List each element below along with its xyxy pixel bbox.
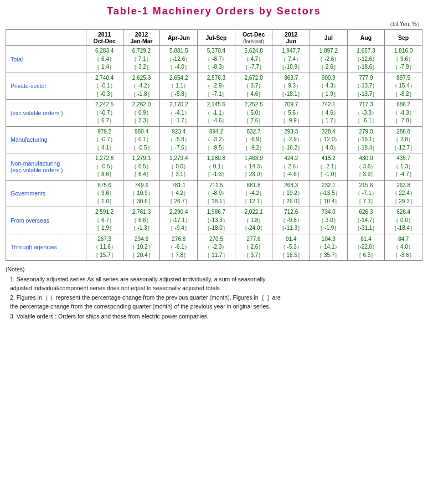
header-jul: Jul bbox=[310, 30, 348, 46]
data-cell: 2,242.5（ -0.7）［ 6.7］ bbox=[86, 100, 123, 127]
data-cell: 2,145.6（ -1.1）［ -4.6］ bbox=[198, 100, 235, 127]
data-cell: 1,947.7（ 7.4）［-10.9］ bbox=[272, 46, 310, 73]
data-cell: 81.4（-22.0）［ 6.5］ bbox=[347, 234, 385, 261]
data-cell: 1,279.4（ 0.0）［ 3.1］ bbox=[160, 153, 198, 181]
main-table: 2011Oct-Dec 2012Jan-Mar Apr-Jun Jul-Sep … bbox=[6, 29, 422, 261]
data-cell: 2,576.3（ -2.9）［ -7.1］ bbox=[198, 73, 235, 100]
data-cell: 286.8（ 2.8）［-12.7］ bbox=[385, 126, 422, 153]
header-apr-jun: Apr-Jun bbox=[160, 30, 198, 46]
data-cell: 268.3（ 19.2）［ 26.0］ bbox=[272, 180, 310, 207]
data-cell: 5,881.5（-12.6）［ -4.0］ bbox=[160, 46, 198, 73]
data-cell: 626.4（ 0.0）［-18.4］ bbox=[385, 207, 422, 234]
data-cell: 415.2（ -2.1）［ -1.0］ bbox=[310, 153, 348, 181]
data-cell: 328.4（ 12.0）［ 4.0］ bbox=[310, 126, 348, 153]
data-cell: 777.9（-13.7）［-13.7］ bbox=[347, 73, 385, 100]
note-item-1: 1. Seasonally adjusted series.As all ser… bbox=[10, 275, 422, 293]
header-oct-dec: Oct-Dec(forecast) bbox=[235, 30, 272, 46]
data-cell: 1,272.8（ -0.5）［ 8.6］ bbox=[86, 153, 123, 181]
data-cell: 2,290.4（-17.1）［ -9.4］ bbox=[160, 207, 198, 234]
data-cell: 2,654.2（ 1.1）［ -5.8］ bbox=[160, 73, 198, 100]
data-cell: 104.3（ 14.1）［ 35.7］ bbox=[310, 234, 348, 261]
data-cell: 2,170.2（ -4.1）［ -1.7］ bbox=[160, 100, 198, 127]
page-title: Table-1 Machinery Orders by Sectors bbox=[6, 6, 422, 17]
data-cell: 681.8（ -4.2）［ 12.1］ bbox=[235, 180, 272, 207]
data-cell: 717.3（ -3.3）［ -6.1］ bbox=[347, 100, 385, 127]
row-label: Total bbox=[6, 46, 86, 73]
data-cell: 863.7（ 9.3）［-18.1］ bbox=[272, 73, 310, 100]
data-cell: 1,280.8（ 0.1）［ -1.3］ bbox=[198, 153, 235, 181]
header-2012-jun: 2012Jun bbox=[272, 30, 310, 46]
data-cell: 424.2（ 2.6）［ -4.6］ bbox=[272, 153, 310, 181]
data-cell: 894.2（ -3.2）［ -9.5］ bbox=[198, 126, 235, 153]
data-cell: 711.5（ -8.9）［ 18.1］ bbox=[198, 180, 235, 207]
row-label: Through agencies bbox=[6, 234, 86, 261]
row-label: Manufacturing bbox=[6, 126, 86, 153]
data-cell: 2,740.4（ -0.1）［ -0.3］ bbox=[86, 73, 123, 100]
header-label-col bbox=[6, 30, 86, 46]
data-cell: 686.2（ -4.3）［ -7.8］ bbox=[385, 100, 422, 127]
data-cell: 897.5（ 15.4）［ -8.2］ bbox=[385, 73, 422, 100]
data-cell: 267.3（ 11.6）［ 15.7］ bbox=[86, 234, 123, 261]
data-cell: 2,625.3（ -4.2）［ -1.8］ bbox=[123, 73, 160, 100]
data-cell: 1,657.3（-12.6）［-18.6］ bbox=[347, 46, 385, 73]
data-cell: 293.3（ -2.9）［-16.2］ bbox=[272, 126, 310, 153]
data-cell: 435.7（ 1.3）［ -4.7］ bbox=[385, 153, 422, 181]
data-cell: 84.7（ 4.0）［ -3.6］ bbox=[385, 234, 422, 261]
data-cell: 2,672.0（ 3.7）［ 4.6］ bbox=[235, 73, 272, 100]
data-cell: 1,816.0（ 9.6）［ -7.8］ bbox=[385, 46, 422, 73]
header-aug: Aug bbox=[347, 30, 385, 46]
row-label: Governments bbox=[6, 180, 86, 207]
data-cell: 781.1（ 4.2）［ 26.7］ bbox=[160, 180, 198, 207]
data-cell: 980.4（ 0.1）［ -0.5］ bbox=[123, 126, 160, 153]
data-cell: 91.4（ -5.3）［ 16.5］ bbox=[272, 234, 310, 261]
row-label: Non-manufacturing(exc.volatile orders ) bbox=[6, 153, 86, 181]
data-cell: 626.3（-14.7）［-31.1］ bbox=[347, 207, 385, 234]
header-2011-oct-dec: 2011Oct-Dec bbox=[86, 30, 123, 46]
data-cell: 900.9（ 4.3）［ 1.9］ bbox=[310, 73, 348, 100]
data-cell: 749.6（ 10.9）［ 30.6］ bbox=[123, 180, 160, 207]
unit-label: （bil.Yen, %） bbox=[6, 20, 422, 28]
data-cell: 709.7（ 5.6）［ -9.9］ bbox=[272, 100, 310, 127]
data-cell: 734.0（ 3.0）［ -1.9］ bbox=[310, 207, 348, 234]
data-cell: 5,624.8（ 4.7）［ -7.7］ bbox=[235, 46, 272, 73]
data-cell: 1,897.2（ -2.6）［ 2.6］ bbox=[310, 46, 348, 73]
data-cell: 294.6（ 10.2）［ 20.4］ bbox=[123, 234, 160, 261]
data-cell: 6,729.2（ 7.1）［ 3.2］ bbox=[123, 46, 160, 73]
note-item-3: 3. Volatile orders : Orders for ships an… bbox=[10, 312, 422, 321]
data-cell: 215.6（ -7.1）［ 7.3］ bbox=[347, 180, 385, 207]
data-cell: 2,262.0（ 0.9）［ 3.3］ bbox=[123, 100, 160, 127]
data-cell: 979.2（ -0.7）［ 4.1］ bbox=[86, 126, 123, 153]
data-cell: 1,986.7（-13.3）［-18.0］ bbox=[198, 207, 235, 234]
data-cell: 1,279.1（ 0.5）［ 6.4］ bbox=[123, 153, 160, 181]
data-cell: 923.4（ -5.8）［ -7.6］ bbox=[160, 126, 198, 153]
data-cell: 832.7（ -6.9）［ -9.2］ bbox=[235, 126, 272, 153]
notes-header: (Notes) bbox=[6, 265, 422, 274]
data-cell: 270.5（ -2.3）［ 11.7］ bbox=[198, 234, 235, 261]
data-cell: 2,761.3（ 6.6）［ -1.3］ bbox=[123, 207, 160, 234]
data-cell: 430.0（ 3.6）［ 3.9］ bbox=[347, 153, 385, 181]
data-cell: 712.6（ -9.8）［-11.3］ bbox=[272, 207, 310, 234]
data-cell: 1,463.9（ 14.3）［ 23.0］ bbox=[235, 153, 272, 181]
data-cell: 276.8（ -6.1）［ 7.8］ bbox=[160, 234, 198, 261]
data-cell: 6,283.4（ 6.4）［ 1.4］ bbox=[86, 46, 123, 73]
notes-section: (Notes) 1. Seasonally adjusted series.As… bbox=[6, 265, 422, 321]
note-item-2: 2. Figures in（ ）represent the percentage… bbox=[10, 294, 422, 311]
data-cell: 2,591.2（ 6.7）［ 1.9］ bbox=[86, 207, 123, 234]
row-label: (exc.volatile orders ) bbox=[6, 100, 86, 127]
row-label: From overseas bbox=[6, 207, 86, 234]
data-cell: 675.6（ 9.6）［ 1.0］ bbox=[86, 180, 123, 207]
data-cell: 5,370.4（ -8.7）［ -8.3］ bbox=[198, 46, 235, 73]
header-sep: Sep bbox=[385, 30, 422, 46]
data-cell: 279.0（-15.1）［-18.4］ bbox=[347, 126, 385, 153]
row-label: Private-sector bbox=[6, 73, 86, 100]
data-cell: 232.1（-13.5）［ 10.4］ bbox=[310, 180, 348, 207]
data-cell: 2,252.5（ 5.0）［ 7.6］ bbox=[235, 100, 272, 127]
data-cell: 277.6（ 2.6）［ 3.7］ bbox=[235, 234, 272, 261]
data-cell: 2,022.1（ 1.8）［-24.0］ bbox=[235, 207, 272, 234]
header-jul-sep: Jul-Sep bbox=[198, 30, 235, 46]
data-cell: 742.1（ 4.6）［ 1.7］ bbox=[310, 100, 348, 127]
header-2012-jan-mar: 2012Jan-Mar bbox=[123, 30, 160, 46]
data-cell: 263.8（ 22.4）［ 29.3］ bbox=[385, 180, 422, 207]
